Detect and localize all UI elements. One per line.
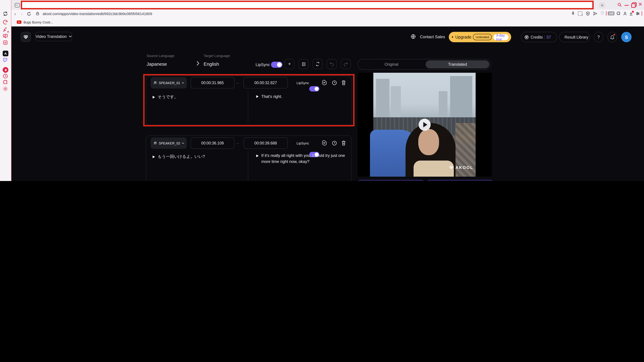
history-clock-icon[interactable] <box>3 73 8 79</box>
duration-clock-icon-2[interactable] <box>332 140 337 146</box>
video-site-icon[interactable] <box>3 67 8 73</box>
snapshot-icon[interactable]: + <box>578 11 582 16</box>
app-menu-label: Video Translation <box>36 34 66 39</box>
reload-button[interactable] <box>27 12 31 16</box>
undo-button[interactable] <box>327 59 337 69</box>
video-play-button[interactable] <box>418 119 431 131</box>
play-source-icon-2[interactable] <box>152 155 155 158</box>
tab-translated[interactable]: Translated <box>426 60 489 68</box>
contact-sales-link[interactable]: Contact Sales <box>420 34 445 39</box>
gear-icon[interactable] <box>3 86 8 92</box>
sync-icon[interactable] <box>3 11 8 17</box>
notifications-bell-button[interactable] <box>608 32 617 42</box>
restore-button[interactable] <box>631 2 636 7</box>
speaker-dropdown-2[interactable]: SPEAKER_02 <box>150 137 187 149</box>
settings-sliders-icon[interactable] <box>636 11 640 16</box>
svg-text:M: M <box>4 41 6 44</box>
source-language-label: Source Language <box>146 54 174 58</box>
target-text-2[interactable]: If it's really all right with you, I cou… <box>261 152 351 165</box>
result-library-label: Result Library <box>564 35 588 39</box>
plan-badge: Unlimited <box>473 34 492 40</box>
close-button[interactable]: ✕ <box>638 2 643 7</box>
lipsync-main-toggle[interactable] <box>271 62 282 68</box>
tab-preview-icon[interactable] <box>15 3 20 7</box>
speakers-icon <box>153 141 157 145</box>
source-language-value[interactable]: Japanese <box>146 61 167 67</box>
target-play-row-2[interactable]: If it's really all right with you, I cou… <box>256 152 354 165</box>
search-tabs-icon[interactable] <box>617 2 622 7</box>
arrow-right-icon <box>196 61 200 66</box>
app-menu-dropdown[interactable]: Video Translation <box>35 32 72 41</box>
globe-icon[interactable] <box>410 34 416 39</box>
video-player[interactable]: AKOOL <box>358 73 492 177</box>
result-library-button[interactable]: Result Library <box>559 32 590 42</box>
annotation-rect-segment1 <box>143 74 354 126</box>
youtube-favicon <box>17 20 22 24</box>
download-srt-button[interactable]: Download SRT ProMax <box>427 180 493 181</box>
credits-value: 57 <box>546 35 551 39</box>
url-text[interactable]: akool.com/apps/video-translation/edit/69… <box>42 12 152 16</box>
retranslate-button[interactable] <box>312 59 323 69</box>
end-time-field-2[interactable]: 00:00:39.688 <box>244 137 288 149</box>
pin-icon[interactable] <box>571 11 575 16</box>
downloads-icon[interactable] <box>629 11 633 16</box>
akool-watermark: AKOOL <box>449 165 474 170</box>
favorites-heart-icon[interactable]: ♡ <box>600 10 605 16</box>
credits-coin-icon <box>524 35 529 39</box>
target-language-label: Target Language <box>204 54 230 58</box>
download-video-button[interactable]: Download Video <box>358 180 424 181</box>
add-segment-button[interactable]: + <box>284 59 294 69</box>
building-right-2 <box>439 91 448 119</box>
pinned-app-icon[interactable] <box>3 51 8 56</box>
akool-logo-icon <box>449 165 454 170</box>
upgrade-button[interactable]: Upgrade Unlimited 3-day trial <box>449 32 511 42</box>
ai-refine-icon-2[interactable] <box>322 140 327 146</box>
credits-divider <box>544 35 545 39</box>
back-button[interactable]: ‹ <box>13 11 17 17</box>
bolt-icon <box>452 35 454 39</box>
screens-icon[interactable] <box>3 33 8 39</box>
twitch-icon[interactable] <box>3 57 8 63</box>
bookmark-item[interactable]: Bugs Bunny Costr... <box>24 20 53 24</box>
building-right <box>450 76 472 119</box>
upgrade-label: Upgrade <box>455 35 472 39</box>
bell-dot <box>614 34 615 35</box>
delete-trash-icon-2[interactable] <box>341 140 346 146</box>
new-tab-button[interactable]: + <box>599 2 605 8</box>
trial-badge: 3-day trial <box>494 34 508 40</box>
building-mid <box>391 86 401 119</box>
building-left <box>376 79 390 119</box>
speed-dial-icon[interactable] <box>3 19 8 25</box>
source-text-2[interactable]: もう一回いけるよ。いい? <box>158 154 205 160</box>
browser-bookmarks-bar <box>11 18 644 26</box>
send-icon[interactable] <box>593 11 598 16</box>
adblock-shield-icon[interactable] <box>586 11 590 16</box>
extension-badge[interactable]: 128 <box>608 11 614 15</box>
m-app-icon[interactable]: M <box>3 40 8 45</box>
transcript-button[interactable] <box>298 59 308 69</box>
lock-icon[interactable] <box>36 11 40 16</box>
toolbar-divider-2 <box>641 11 642 16</box>
time-dash-2: – <box>236 141 239 145</box>
forward-button[interactable]: › <box>20 11 24 17</box>
lipsync-label-2: LipSync <box>296 141 309 145</box>
speaker-name-2: SPEAKER_02 <box>159 141 180 145</box>
person-face <box>418 129 439 155</box>
credits-label: Credits <box>531 35 543 39</box>
play-target-icon-2[interactable] <box>256 155 258 157</box>
redo-button[interactable] <box>341 59 351 69</box>
minimize-button[interactable] <box>624 5 628 6</box>
help-button[interactable]: ? <box>594 32 604 42</box>
extensions-sidebar-icon[interactable] <box>3 79 8 85</box>
extensions-puzzle-icon[interactable] <box>616 11 621 16</box>
cleaner-broom-icon[interactable] <box>3 27 8 32</box>
credits-button[interactable]: Credits 57 <box>521 32 557 42</box>
profile-icon[interactable] <box>623 11 627 16</box>
source-play-row-2[interactable]: もう一回いけるよ。いい? <box>152 154 205 160</box>
akool-home-button[interactable] <box>21 32 31 42</box>
start-time-field-2[interactable]: 00:00:36.109 <box>190 137 234 149</box>
target-language-value[interactable]: English <box>204 61 219 67</box>
avatar[interactable]: S <box>621 32 632 42</box>
tab-original[interactable]: Original <box>358 59 425 69</box>
screen: + ✕ ‹ › akool.com/apps/video-translation… <box>0 0 644 181</box>
